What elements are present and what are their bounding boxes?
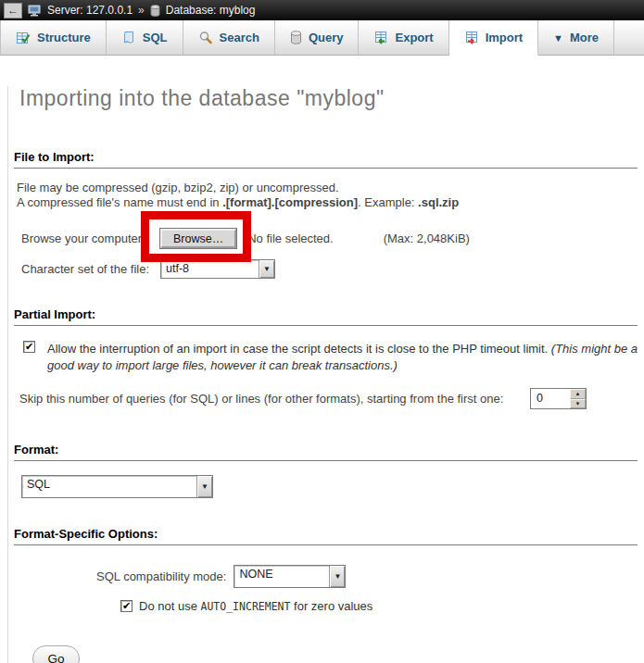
allow-interruption-label: Allow the interruption of an import in c… xyxy=(47,341,639,374)
section-heading-partial: Partial Import: xyxy=(14,307,638,326)
sql-compatibility-value: NONE xyxy=(234,566,329,587)
page-title: Importing into the database "myblog" xyxy=(19,86,644,111)
charset-row: Character set of the file: utf-8 ▼ xyxy=(21,258,639,279)
tab-label: Structure xyxy=(37,31,91,44)
skip-queries-input[interactable]: 0 ▲ ▼ xyxy=(530,388,587,409)
export-icon xyxy=(373,31,388,45)
database-icon xyxy=(150,5,160,17)
auto-increment-checkbox[interactable]: ✔ xyxy=(120,600,133,612)
section-heading-file: File to Import: xyxy=(14,150,638,169)
chevron-down-icon[interactable]: ▼ xyxy=(329,566,345,587)
charset-select[interactable]: utf-8 ▼ xyxy=(160,259,275,279)
section-heading-format-options: Format-Specific Options: xyxy=(14,527,638,545)
breadcrumb-separator: » xyxy=(138,4,145,17)
tab-label: SQL xyxy=(143,31,168,44)
skip-queries-row: Skip this number of queries (for SQL) or… xyxy=(19,388,639,409)
charset-label: Character set of the file: xyxy=(21,262,160,276)
tab-query[interactable]: Query xyxy=(275,20,360,56)
autoinc-code: AUTO_INCREMENT xyxy=(201,600,291,613)
autoinc-prefix: Do not use xyxy=(139,599,201,613)
section-format: Format: SQL ▼ xyxy=(14,443,639,498)
tab-structure[interactable]: Structure xyxy=(0,20,107,56)
sql-compatibility-select[interactable]: NONE ▼ xyxy=(234,565,346,588)
format-select[interactable]: SQL ▼ xyxy=(21,475,213,498)
back-button[interactable]: ← xyxy=(4,3,22,19)
spin-up-icon[interactable]: ▲ xyxy=(570,389,586,399)
max-size-text: (Max: 2,048KiB) xyxy=(384,231,470,245)
chevron-down-icon[interactable]: ▼ xyxy=(196,476,212,497)
tab-label: Import xyxy=(486,31,523,44)
spinner-buttons: ▲ ▼ xyxy=(570,389,586,408)
tab-label: Query xyxy=(309,31,344,44)
tab-export[interactable]: Export xyxy=(359,20,448,56)
skip-queries-label: Skip this number of queries (for SQL) or… xyxy=(19,392,520,406)
breadcrumb-server[interactable]: Server: 127.0.0.1 xyxy=(47,4,133,17)
allow-text-main: Allow the interruption of an import in c… xyxy=(47,342,551,356)
go-button[interactable]: Go xyxy=(32,645,80,663)
sql-compatibility-row: SQL compatibility mode: NONE ▼ xyxy=(96,565,639,588)
skip-queries-value: 0 xyxy=(531,389,570,408)
file-compress-info: File may be compressed (gzip, bzip2, zip… xyxy=(17,181,639,210)
tab-bar: Structure SQL Search Query xyxy=(0,20,644,56)
tab-import[interactable]: Import xyxy=(449,20,538,56)
browse-label: Browse your computer: xyxy=(21,231,160,245)
structure-icon xyxy=(16,31,31,45)
browse-row: Browse your computer: Browse… No file se… xyxy=(21,228,639,248)
import-icon xyxy=(464,31,479,45)
tabbar-filler xyxy=(614,20,644,56)
autoinc-suffix: for zero values xyxy=(290,599,373,613)
no-file-selected-text: No file selected. xyxy=(247,231,334,245)
sql-icon xyxy=(121,31,136,45)
info-line2-prefix: A compressed file's name must end in xyxy=(17,195,222,209)
allow-interruption-row: ✔ Allow the interruption of an import in… xyxy=(23,341,639,374)
auto-increment-label: Do not use AUTO_INCREMENT for zero value… xyxy=(139,599,373,613)
tab-sql[interactable]: SQL xyxy=(107,20,183,56)
server-icon xyxy=(28,5,42,17)
info-line1: File may be compressed (gzip, bzip2, zip… xyxy=(17,181,339,194)
tab-label: Export xyxy=(395,31,433,44)
tab-more[interactable]: ▼ More xyxy=(538,20,614,56)
info-sqlzip-example: .sql.zip xyxy=(418,195,459,209)
tab-search[interactable]: Search xyxy=(183,20,275,56)
allow-interruption-checkbox[interactable]: ✔ xyxy=(23,341,35,353)
chevron-down-icon[interactable]: ▼ xyxy=(259,260,274,278)
charset-value: utf-8 xyxy=(161,260,259,278)
top-breadcrumb-bar: ← Server: 127.0.0.1 » Database: myblog xyxy=(0,0,644,20)
main-content: Importing into the database "myblog" Fil… xyxy=(7,86,644,663)
section-partial-import: Partial Import: ✔ Allow the interruption… xyxy=(14,307,639,409)
breadcrumb-database[interactable]: Database: myblog xyxy=(166,4,256,17)
info-format-compression: .[format].[compression] xyxy=(222,195,358,209)
spin-down-icon[interactable]: ▼ xyxy=(570,399,586,409)
tab-label: Search xyxy=(220,31,259,44)
sql-compatibility-label: SQL compatibility mode: xyxy=(96,569,226,583)
chevron-down-icon: ▼ xyxy=(553,32,563,44)
info-line2-mid: . Example: xyxy=(358,195,418,209)
query-icon xyxy=(290,31,302,44)
auto-increment-row: ✔ Do not use AUTO_INCREMENT for zero val… xyxy=(120,599,639,613)
search-icon xyxy=(198,31,213,45)
section-file-to-import: File to Import: File may be compressed (… xyxy=(14,150,639,279)
section-heading-format: Format: xyxy=(14,443,638,461)
tab-label: More xyxy=(570,31,599,44)
format-value: SQL xyxy=(22,476,196,497)
browse-button[interactable]: Browse… xyxy=(160,229,236,248)
section-format-options: Format-Specific Options: SQL compatibili… xyxy=(14,527,639,613)
